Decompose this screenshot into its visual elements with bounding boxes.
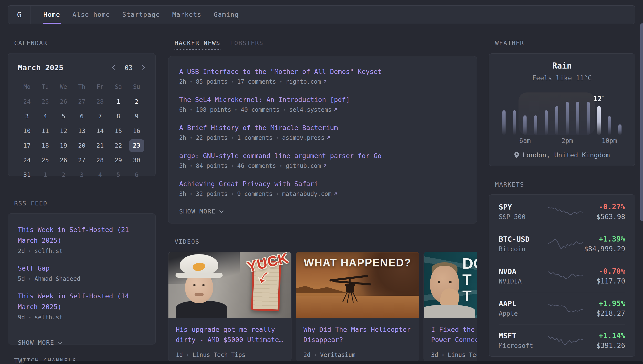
ticker-name: S&P 500 (499, 213, 545, 220)
ticker-change: -0.27% (583, 203, 625, 211)
location-pin-icon (514, 152, 519, 158)
news-item: argp: GNU-style command line argument pa… (179, 152, 466, 170)
news-item: A USB Interface to the "Mother of All De… (179, 68, 466, 86)
ticker-name: Apple (499, 310, 545, 317)
video-title[interactable]: Why Did The Mars Helicopter Disappear? (303, 324, 412, 345)
videos-row: YUCK His upgrade got me really dirty - A… (168, 252, 477, 361)
rss-item-title[interactable]: Self Gap (18, 263, 146, 274)
nav-tab-home[interactable]: Home (44, 6, 60, 24)
time-label: 2pm (561, 137, 573, 144)
ticker-symbol: BTC-USD (499, 235, 545, 244)
sparkline-chart (547, 270, 583, 282)
video-thumbnail[interactable]: WHAT HAPPENED? (296, 252, 419, 318)
weather-bar (562, 92, 572, 135)
current-temperature-label: 12° (593, 95, 604, 103)
weather-bar (541, 92, 551, 135)
news-item-source-link[interactable]: github.com (286, 162, 327, 170)
video-title[interactable]: I Fixed the 5 Power Connect (431, 324, 477, 345)
nav-tab-gaming[interactable]: Gaming (214, 6, 239, 24)
video-meta: 1dLinus Tech Tips (176, 351, 284, 359)
weather-hourly-chart: 12° (499, 92, 625, 135)
nav-tab-startpage[interactable]: Startpage (122, 6, 160, 24)
video-age: 1d (176, 351, 183, 359)
dot-separator (231, 78, 234, 86)
rss-widget: This Week in Self-Hosted (21 March 2025)… (8, 214, 156, 344)
video-meta: 2dVeritasium (303, 351, 412, 359)
rss-item-title[interactable]: This Week in Self-Hosted (14 March 2025) (18, 291, 146, 312)
video-card[interactable]: DO T T I Fixed the 5 Power Connect (424, 252, 477, 361)
news-item-title[interactable]: A USB Interface to the "Mother of All De… (179, 68, 466, 76)
rss-item-age: 2d (18, 248, 25, 255)
calendar-day: 16 (128, 125, 146, 137)
weekday-label: Mo (18, 84, 36, 90)
weather-bar (615, 92, 625, 135)
dot-separator (442, 351, 444, 359)
news-show-more-button[interactable]: SHOW MORE (179, 208, 224, 215)
nav-tab-markets[interactable]: Markets (172, 6, 201, 24)
news-item: Achieving Great Privacy with Safari 3h32… (179, 180, 466, 198)
news-item: A Brief History of the Miracle Bacterium… (179, 124, 466, 142)
rss-item-title[interactable]: This Week in Self-Hosted (21 March 2025) (18, 224, 146, 246)
rss-item: This Week in Self-Hosted (21 March 2025)… (18, 224, 146, 255)
vertical-scrollbar-thumb[interactable] (640, 24, 643, 221)
ticker-price: $563.98 (583, 213, 625, 221)
nav-tab-also-home[interactable]: Also home (73, 6, 110, 24)
news-item: The SeL4 Microkernel: An Introduction [p… (179, 96, 466, 114)
dot-separator (283, 106, 286, 114)
video-title[interactable]: His upgrade got me really dirty - AMD $5… (176, 324, 284, 345)
video-thumbnail[interactable]: YUCK (168, 252, 291, 318)
calendar-prev-button[interactable] (111, 64, 116, 71)
market-row[interactable]: MSFT Microsoft +1.14% $391.26 (499, 324, 625, 356)
tab-hacker-news[interactable]: HACKER NEWS (175, 40, 220, 50)
news-item-source-link[interactable]: sel4.systems (289, 106, 337, 114)
app-logo[interactable]: G (8, 6, 31, 24)
calendar-day: 1 (109, 96, 128, 108)
chevron-down-icon (219, 210, 224, 213)
news-item-source-link[interactable]: righto.com (286, 78, 327, 86)
dot-separator (231, 162, 234, 170)
dot-separator (190, 78, 192, 86)
rss-show-more-button[interactable]: SHOW MORE (18, 339, 63, 346)
news-item-title[interactable]: A Brief History of the Miracle Bacterium (179, 124, 466, 132)
calendar-day-today: 23 (128, 139, 146, 152)
sparkline-chart (547, 238, 583, 250)
rss-item-meta: 9dselfh.st (18, 314, 146, 321)
weather-bar (583, 92, 593, 135)
calendar-weekday-header: Mo Tu We Th Fr Sa Su (18, 84, 146, 90)
market-row[interactable]: BTC-USD Bitcoin +1.39% $84,999.29 (499, 228, 625, 260)
news-item-title[interactable]: Achieving Great Privacy with Safari (179, 180, 466, 188)
dot-separator (235, 106, 237, 114)
news-item-source-link[interactable]: matanabudy.com (282, 190, 337, 198)
market-row[interactable]: AAPL Apple +1.95% $218.27 (499, 292, 625, 324)
sparkline-chart (547, 302, 583, 315)
time-label: 6am (519, 137, 531, 144)
market-row[interactable]: SPY S&P 500 -0.27% $563.98 (499, 196, 625, 228)
video-card[interactable]: WHAT HAPPENED? Why Did The Mars Helicopt… (296, 252, 419, 361)
market-row[interactable]: NVDA NVIDIA -0.70% $117.70 (499, 260, 625, 292)
video-card[interactable]: YUCK His upgrade got me really dirty - A… (168, 252, 291, 361)
dot-separator (186, 351, 189, 359)
dot-separator (231, 134, 234, 142)
middle-column: HACKER NEWS LOBSTERS A USB Interface to … (168, 40, 477, 361)
video-age: 3d (431, 351, 438, 359)
sparkline-chart (547, 334, 583, 347)
person-blazer (424, 305, 475, 318)
dot-separator (190, 190, 192, 198)
tab-lobsters[interactable]: LOBSTERS (230, 40, 263, 50)
calendar-day: 5 (55, 110, 73, 123)
calendar-day: 18 (36, 139, 55, 152)
news-item-source: github.com (286, 162, 321, 170)
video-age: 2d (303, 351, 311, 359)
news-item-title[interactable]: The SeL4 Microkernel: An Introduction [p… (179, 96, 466, 104)
news-item-title[interactable]: argp: GNU-style command line argument pa… (179, 152, 466, 160)
weekday-label: Tu (36, 84, 55, 90)
top-nav: G Home Also home Startpage Markets Gamin… (8, 5, 635, 24)
rss-item-age: 5d (18, 275, 25, 282)
news-item-source-link[interactable]: asimov.press (282, 134, 330, 142)
dot-separator (314, 351, 317, 359)
video-thumbnail[interactable]: DO T T (424, 252, 477, 318)
calendar-next-button[interactable] (141, 64, 146, 71)
ticker-price: $117.70 (583, 278, 625, 285)
calendar-day: 27 (73, 96, 91, 108)
rss-item-age: 9d (18, 314, 25, 321)
